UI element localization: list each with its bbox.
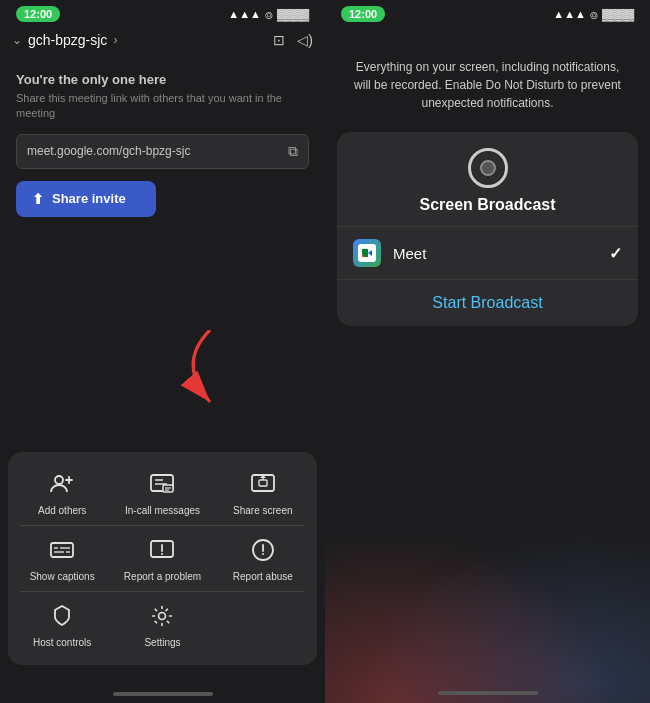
host-controls-icon [46,600,78,632]
menu-row-3: Host controls Settings [8,592,317,657]
settings-label: Settings [144,636,180,649]
bottom-menu: Add others In-call messages [8,452,317,665]
meeting-body: You're the only one here Share this meet… [0,52,325,452]
chevron-right-icon: › [113,33,117,47]
only-one-text: You're the only one here [16,72,309,87]
wifi-icon: ⌾ [265,7,273,22]
copy-icon[interactable]: ⧉ [288,143,298,160]
right-battery-icon: ▓▓▓▓ [602,8,634,20]
left-status-time: 12:00 [16,6,60,22]
camera-icon: ⊡ [273,32,285,48]
right-status-icons: ▲▲▲ ⌾ ▓▓▓▓ [553,7,634,22]
menu-item-report-abuse[interactable]: Report abuse [223,534,303,583]
menu-item-report-problem[interactable]: Report a problem [122,534,202,583]
start-broadcast-button[interactable]: Start Broadcast [337,280,638,326]
left-status-icons: ▲▲▲ ⌾ ▓▓▓▓ [228,7,309,22]
right-panel: 12:00 ▲▲▲ ⌾ ▓▓▓▓ Everything on your scre… [325,0,650,703]
right-home-bar [438,691,538,695]
in-call-messages-label: In-call messages [125,504,200,517]
right-status-bar: 12:00 ▲▲▲ ⌾ ▓▓▓▓ [325,0,650,28]
svg-point-24 [262,553,264,555]
link-box: meet.google.com/gch-bpzg-sjc ⧉ [16,134,309,169]
report-abuse-label: Report abuse [233,570,293,583]
meet-logo [353,239,381,267]
signal-icon: ▲▲▲ [228,8,261,20]
svg-rect-14 [51,543,73,557]
chevron-down-icon: ⌄ [12,33,22,47]
show-captions-label: Show captions [30,570,95,583]
share-icon: ⬆ [32,191,44,207]
record-dot [480,160,496,176]
link-url: meet.google.com/gch-bpzg-sjc [27,144,288,158]
right-wifi-icon: ⌾ [590,7,598,22]
report-problem-label: Report a problem [124,570,201,583]
add-others-icon [46,468,78,500]
meeting-header: ⌄ gch-bpzg-sjc › ⊡ ◁) [0,28,325,52]
svg-point-1 [55,476,63,484]
broadcast-warning: Everything on your screen, including not… [325,28,650,132]
share-invite-button[interactable]: ⬆ Share invite [16,181,156,217]
broadcast-meet-row[interactable]: Meet ✓ [337,227,638,280]
menu-item-in-call-messages[interactable]: In-call messages [122,468,202,517]
menu-item-add-others[interactable]: Add others [22,468,102,517]
broadcast-title-row: Screen Broadcast [337,132,638,227]
broadcast-title: Screen Broadcast [419,196,555,214]
left-home-indicator [0,685,325,703]
start-broadcast-label: Start Broadcast [432,294,542,311]
menu-item-settings[interactable]: Settings [122,600,202,649]
battery-icon: ▓▓▓▓ [277,8,309,20]
report-abuse-icon [247,534,279,566]
share-screen-label: Share screen [233,504,292,517]
right-status-time: 12:00 [341,6,385,22]
record-icon [468,148,508,188]
menu-item-host-controls[interactable]: Host controls [22,600,102,649]
host-controls-label: Host controls [33,636,91,649]
right-signal-icon: ▲▲▲ [553,8,586,20]
svg-point-25 [159,613,166,620]
menu-item-show-captions[interactable]: Show captions [22,534,102,583]
share-screen-icon [247,468,279,500]
menu-item-share-screen[interactable]: Share screen [223,468,303,517]
checkmark-icon: ✓ [609,244,622,263]
left-panel: 12:00 ▲▲▲ ⌾ ▓▓▓▓ ⌄ gch-bpzg-sjc › ⊡ ◁) Y… [0,0,325,703]
left-home-bar [113,692,213,696]
svg-point-21 [161,553,163,555]
menu-row-2: Show captions Report a problem [8,526,317,591]
add-others-label: Add others [38,504,86,517]
share-invite-label: Share invite [52,191,126,206]
broadcast-modal: Screen Broadcast Meet ✓ Start Broadcast [337,132,638,326]
share-link-text: Share this meeting link with others that… [16,91,309,122]
header-icons: ⊡ ◁) [273,32,313,48]
meeting-id: gch-bpzg-sjc [28,32,107,48]
in-call-messages-icon [146,468,178,500]
show-captions-icon [46,534,78,566]
menu-row-1: Add others In-call messages [8,460,317,525]
settings-icon [146,600,178,632]
report-problem-icon [146,534,178,566]
left-status-bar: 12:00 ▲▲▲ ⌾ ▓▓▓▓ [0,0,325,28]
right-bottom-blur [325,503,650,703]
right-home-indicator [325,691,650,695]
svg-rect-11 [259,480,267,486]
meet-app-name: Meet [393,245,609,262]
volume-icon: ◁) [297,32,313,48]
